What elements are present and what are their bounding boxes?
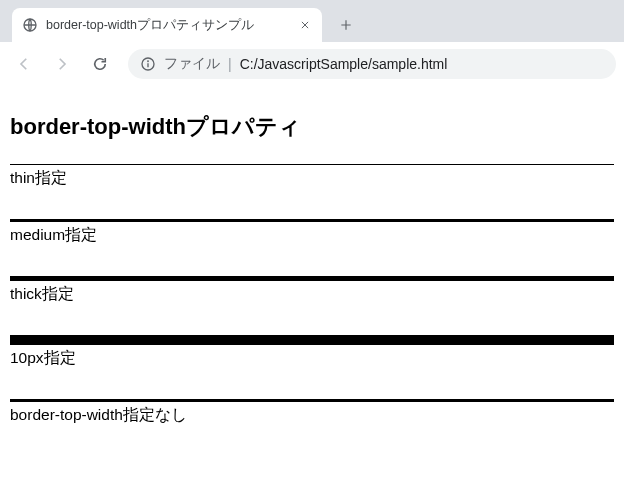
address-bar[interactable]: ファイル | C:/JavascriptSample/sample.html xyxy=(128,49,616,79)
back-button[interactable] xyxy=(8,48,40,80)
browser-chrome: border-top-widthプロパティサンプル xyxy=(0,0,624,86)
sample-thin: thin指定 xyxy=(10,164,614,189)
close-icon[interactable] xyxy=(298,18,312,32)
tab-title: border-top-widthプロパティサンプル xyxy=(46,17,290,34)
svg-point-2 xyxy=(148,61,149,62)
globe-icon xyxy=(22,17,38,33)
tab-strip: border-top-widthプロパティサンプル xyxy=(0,0,624,42)
page-content: border-top-widthプロパティ thin指定 medium指定 th… xyxy=(0,86,624,464)
reload-button[interactable] xyxy=(84,48,116,80)
info-icon xyxy=(140,56,156,72)
address-separator: | xyxy=(228,56,232,72)
forward-button[interactable] xyxy=(46,48,78,80)
page-title: border-top-widthプロパティ xyxy=(10,112,614,142)
sample-10px: 10px指定 xyxy=(10,335,614,369)
address-path: C:/JavascriptSample/sample.html xyxy=(240,56,448,72)
new-tab-button[interactable] xyxy=(332,11,360,39)
sample-medium: medium指定 xyxy=(10,219,614,246)
sample-thick: thick指定 xyxy=(10,276,614,305)
sample-default: border-top-width指定なし xyxy=(10,399,614,426)
browser-tab-active[interactable]: border-top-widthプロパティサンプル xyxy=(12,8,322,42)
address-prefix: ファイル xyxy=(164,55,220,73)
browser-toolbar: ファイル | C:/JavascriptSample/sample.html xyxy=(0,42,624,86)
